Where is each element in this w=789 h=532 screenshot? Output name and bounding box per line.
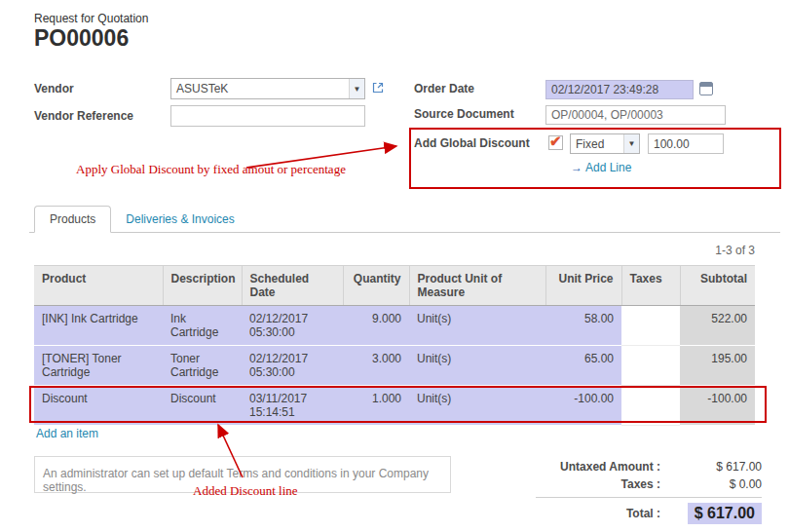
column-header[interactable]: Taxes	[621, 266, 680, 306]
cell[interactable]: 02/12/2017 05:30:00	[242, 346, 343, 386]
cell[interactable]: 1.000	[343, 386, 409, 426]
order-date-label: Order Date	[414, 82, 474, 95]
cell[interactable]: Toner Cartridge	[163, 346, 242, 386]
tab-deliveries-invoices[interactable]: Deliveries & Invoices	[111, 207, 248, 232]
cell[interactable]: Unit(s)	[409, 386, 545, 426]
arrow-right-icon: →	[571, 161, 582, 174]
source-document-input[interactable]	[545, 105, 726, 125]
add-line-link[interactable]: →Add Line	[571, 161, 631, 174]
cell[interactable]	[621, 306, 680, 346]
discount-amount-input[interactable]	[648, 133, 724, 154]
cell[interactable]: 65.00	[545, 346, 621, 386]
chevron-down-icon[interactable]: ▼	[623, 134, 639, 153]
column-header[interactable]: Product Unit of Measure	[409, 266, 545, 306]
column-header[interactable]: Unit Price	[545, 266, 621, 306]
cell[interactable]: Discount	[163, 386, 242, 426]
line-items-table: ProductDescriptionScheduled DateQuantity…	[34, 265, 755, 426]
cell[interactable]: [INK] Ink Cartridge	[34, 306, 163, 346]
vendor-reference-input[interactable]	[170, 105, 365, 127]
taxes-label: Taxes :	[536, 477, 660, 491]
column-header[interactable]: Description	[163, 266, 242, 306]
cell[interactable]: Discount	[34, 386, 163, 426]
add-line-label: Add Line	[585, 161, 631, 174]
totals-panel: Untaxed Amount : $ 617.00 Taxes : $ 0.00…	[536, 460, 762, 528]
terms-note: An administrator can set up default Term…	[34, 456, 451, 493]
line-items-header-row: ProductDescriptionScheduled DateQuantity…	[34, 266, 755, 306]
document-type-label: Request for Quotation	[34, 12, 148, 25]
order-date-field[interactable]: 02/12/2017 23:49:28	[545, 80, 694, 99]
chevron-down-icon[interactable]: ▼	[349, 79, 364, 98]
checkmark-icon: ✔	[549, 133, 562, 150]
untaxed-amount-value: $ 617.00	[660, 460, 762, 474]
cell[interactable]: 522.00	[680, 306, 755, 346]
pager[interactable]: 1-3 of 3	[638, 244, 755, 257]
column-header[interactable]: Quantity	[343, 266, 409, 306]
tab-products[interactable]: Products	[34, 206, 111, 233]
page-title: PO00006	[34, 25, 129, 52]
annotation-global-discount-note: Apply Global Discount by fixed amout or …	[76, 162, 346, 177]
total-value: $ 617.00	[688, 503, 762, 524]
cell[interactable]: -100.00	[680, 386, 755, 426]
untaxed-amount-label: Untaxed Amount :	[536, 460, 660, 474]
cell[interactable]: [TONER] Toner Cartridge	[34, 346, 163, 386]
cell[interactable]	[621, 346, 680, 386]
cell[interactable]: 195.00	[680, 346, 755, 386]
source-document-label: Source Document	[414, 107, 514, 121]
global-discount-label: Add Global Discount	[414, 136, 530, 150]
table-row[interactable]: [TONER] Toner CartridgeToner Cartridge02…	[34, 346, 755, 386]
cell[interactable]: Unit(s)	[409, 346, 545, 386]
table-row[interactable]: [INK] Ink CartridgeInk Cartridge02/12/20…	[34, 306, 755, 346]
taxes-value: $ 0.00	[660, 477, 762, 491]
cell[interactable]: -100.00	[545, 386, 621, 426]
tab-bar: Products Deliveries & Invoices	[29, 205, 780, 233]
cell[interactable]	[621, 386, 680, 426]
cell[interactable]: 03/11/2017 15:14:51	[242, 386, 343, 426]
vendor-select[interactable]: ASUSTeK ▼	[170, 78, 365, 99]
totals-divider	[536, 497, 762, 498]
column-header[interactable]: Subtotal	[680, 266, 755, 306]
total-label: Total :	[536, 507, 660, 520]
cell[interactable]: 3.000	[343, 346, 409, 386]
discount-type-value: Fixed	[576, 137, 604, 151]
table-row[interactable]: DiscountDiscount03/11/2017 15:14:511.000…	[34, 386, 755, 426]
vendor-label: Vendor	[34, 82, 74, 95]
cell[interactable]: Unit(s)	[409, 306, 545, 346]
vendor-value: ASUSTeK	[176, 82, 228, 95]
cell[interactable]: 02/12/2017 05:30:00	[242, 306, 343, 346]
column-header[interactable]: Scheduled Date	[242, 266, 343, 306]
cell[interactable]: 9.000	[343, 306, 409, 346]
external-link-icon[interactable]	[371, 81, 385, 95]
vendor-reference-label: Vendor Reference	[34, 109, 133, 123]
cell[interactable]: 58.00	[545, 306, 621, 346]
calendar-icon[interactable]	[699, 82, 713, 95]
column-header[interactable]: Product	[34, 266, 163, 306]
add-an-item-link[interactable]: Add an item	[36, 427, 98, 440]
line-items-body: [INK] Ink CartridgeInk Cartridge02/12/20…	[34, 306, 755, 426]
cell[interactable]: Ink Cartridge	[163, 306, 242, 346]
global-discount-checkbox[interactable]: ✔	[548, 135, 563, 150]
discount-type-select[interactable]: Fixed ▼	[570, 133, 640, 154]
